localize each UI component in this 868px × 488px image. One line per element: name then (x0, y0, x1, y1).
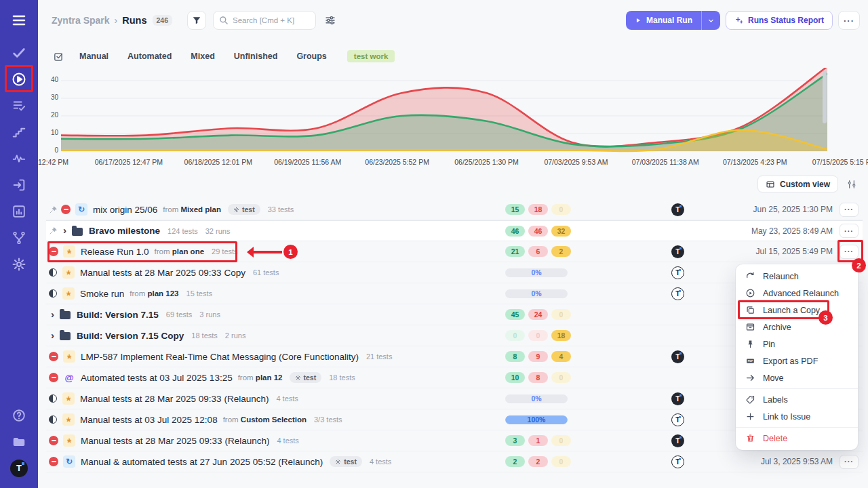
chart-scrollbar[interactable] (823, 70, 827, 123)
run-row[interactable]: ↻mix origin 25/06from Mixed plantest33 t… (46, 199, 863, 220)
search-input[interactable] (233, 16, 310, 24)
menu-item-launch-a-copy[interactable]: Launch a Copy (736, 302, 858, 319)
tab-unfinished[interactable]: Unfinished (234, 52, 278, 61)
run-title[interactable]: LMP-587 Implement Real-Time Chat Messagi… (81, 352, 359, 362)
tag-filter-test-work[interactable]: test work (347, 50, 395, 62)
menu-icon[interactable] (0, 5, 38, 35)
expand-chevron-icon[interactable]: › (63, 224, 66, 236)
manual-run-dropdown[interactable] (701, 11, 720, 30)
menu-item-label: Advanced Relaunch (763, 289, 839, 298)
sidebar-item-reports[interactable] (0, 198, 38, 224)
run-tag[interactable]: test (330, 456, 362, 467)
sidebar-nav (0, 39, 38, 277)
run-title[interactable]: Build: Version 7.15 (77, 310, 159, 320)
header-more-button[interactable]: ··· (838, 11, 860, 30)
breadcrumb-project[interactable]: Zyntra Spark (52, 15, 110, 26)
manual-run-button[interactable]: Manual Run (626, 11, 720, 30)
advanced-relaunch-icon (745, 288, 755, 298)
menu-item-relaunch[interactable]: Relaunch (736, 268, 858, 285)
run-meta: 32 runs (205, 227, 231, 235)
sidebar-item-runs[interactable] (0, 66, 38, 92)
sidebar-item-branch[interactable] (0, 224, 38, 251)
runs-status-report-button[interactable]: Runs Status Report (726, 11, 833, 30)
expand-chevron-icon[interactable]: › (51, 329, 54, 341)
select-runs-icon[interactable] (53, 51, 64, 62)
tab-automated[interactable]: Automated (127, 52, 172, 61)
x-tick: 06/17/2025 12:47 PM (95, 158, 163, 166)
sidebar-item-settings[interactable] (0, 251, 38, 277)
failed-count-badge: 1 (528, 435, 548, 446)
menu-item-labels[interactable]: Labels (736, 391, 858, 408)
menu-item-label: Archive (763, 323, 791, 332)
menu-item-link-to-issue[interactable]: Link to Issue (736, 408, 858, 425)
sidebar-item-help[interactable] (0, 402, 38, 428)
sidebar-item-check[interactable] (0, 39, 38, 66)
sidebar-item-projects[interactable] (0, 428, 38, 455)
pinned-icon (49, 226, 58, 235)
tab-mixed[interactable]: Mixed (191, 52, 214, 61)
view-settings-icon[interactable] (846, 179, 857, 190)
row-more-button[interactable]: ··· (840, 455, 859, 469)
run-row[interactable]: *Release Run 1.0from plan one29 tests216… (46, 241, 863, 262)
run-from: from plan one (155, 247, 204, 256)
filter-button[interactable] (187, 11, 206, 30)
result-badges: 220 (505, 456, 571, 467)
failed-count-badge: 0 (528, 330, 548, 341)
run-row[interactable]: ↻Manual & automated tests at 27 Jun 2025… (46, 451, 863, 472)
search-icon (219, 16, 229, 25)
test-cases-icon (12, 98, 26, 113)
sidebar-item-activity[interactable] (0, 145, 38, 171)
progress-label: 0% (505, 394, 568, 403)
row-more-button[interactable]: ··· (840, 224, 859, 238)
menu-item-move[interactable]: Move (736, 369, 858, 386)
menu-item-delete[interactable]: Delete (736, 430, 858, 447)
tab-groups[interactable]: Groups (296, 52, 326, 61)
menu-item-archive[interactable]: Archive (736, 319, 858, 336)
progress-bar: 0% (505, 289, 568, 298)
run-row[interactable]: ›Bravo milestone124 tests32 runs464632Ma… (46, 220, 863, 241)
run-from: from plan 12 (238, 373, 283, 382)
in-progress-status-icon (49, 394, 57, 403)
run-title[interactable]: Smoke run (80, 289, 124, 299)
y-tick: 30 (38, 94, 58, 101)
menu-item-advanced-relaunch[interactable]: Advanced Relaunch (736, 285, 858, 302)
menu-item-label: Move (763, 373, 784, 383)
row-more-button[interactable]: ··· (840, 245, 859, 259)
sidebar-user-avatar[interactable]: T (0, 455, 38, 481)
run-date: Jul 3, 2025 9:53 AM (761, 457, 833, 466)
run-meta: 4 tests (370, 458, 391, 466)
menu-item-export-as-pdf[interactable]: PDFExport as PDF (736, 352, 858, 369)
run-title[interactable]: Release Run 1.0 (81, 247, 149, 257)
expand-chevron-icon[interactable]: › (51, 308, 54, 320)
sidebar-item-inbox[interactable] (0, 171, 38, 198)
run-meta: 29 tests (212, 247, 238, 256)
search-box[interactable] (213, 11, 316, 30)
run-title[interactable]: Manual tests at 28 Mar 2025 09:33 Copy (80, 268, 245, 278)
progress-bar: 100% (505, 415, 568, 424)
run-title[interactable]: Manual & automated tests at 27 Jun 2025 … (81, 457, 323, 467)
run-title[interactable]: Automated tests at 03 Jul 2025 13:25 (81, 373, 233, 383)
other-count-badge: 32 (551, 226, 571, 237)
in-progress-status-icon (49, 289, 57, 298)
manual-run-type-icon: * (63, 245, 75, 258)
run-title[interactable]: mix origin 25/06 (93, 205, 157, 215)
failed-count-badge: 46 (528, 226, 548, 237)
run-tag[interactable]: test (290, 372, 322, 383)
passed-count-badge: 3 (505, 435, 525, 446)
run-title[interactable]: Bravo milestone (89, 226, 160, 236)
custom-view-button[interactable]: Custom view (757, 176, 838, 192)
run-title[interactable]: Manual tests at 28 Mar 2025 09:33 (Relau… (81, 436, 269, 446)
run-title[interactable]: Manual tests at 28 Mar 2025 09:33 (Relau… (80, 394, 269, 404)
run-tag[interactable]: test (228, 204, 260, 215)
sidebar-item-test-cases[interactable] (0, 92, 38, 119)
row-more-button[interactable]: ··· (840, 203, 859, 217)
search-settings-icon[interactable] (324, 14, 336, 26)
menu-item-pin[interactable]: Pin (736, 336, 858, 352)
run-title[interactable]: Manual tests at 03 Jul 2025 12:08 (80, 415, 218, 425)
sidebar-item-milestones[interactable] (0, 119, 38, 145)
tab-manual[interactable]: Manual (79, 52, 108, 61)
chevron-down-icon (707, 17, 715, 24)
runs-icon (11, 71, 27, 87)
run-title[interactable]: Build: Version 7.15 Copy (77, 331, 184, 341)
manual-run-type-icon: * (63, 350, 75, 363)
